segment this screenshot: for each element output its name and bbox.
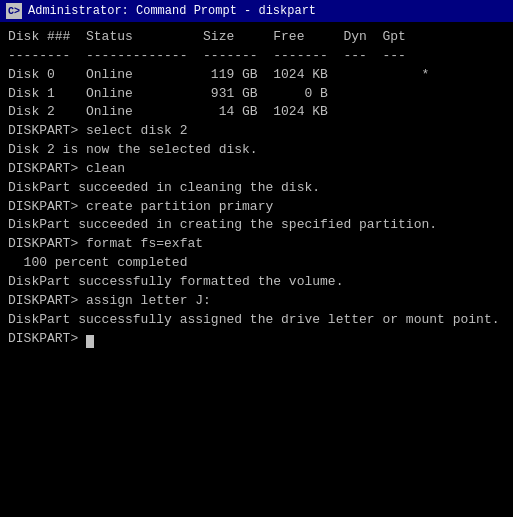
console-line-msg-format-progress: 100 percent completed (8, 254, 505, 273)
console-line-cmd-select: DISKPART> select disk 2 (8, 122, 505, 141)
cursor (86, 335, 94, 348)
console-line-msg-selected: Disk 2 is now the selected disk. (8, 141, 505, 160)
console-line-disk2: Disk 2 Online 14 GB 1024 KB (8, 103, 505, 122)
console-line-cmd-assign: DISKPART> assign letter J: (8, 292, 505, 311)
console-line-cmd-prompt: DISKPART> (8, 330, 505, 349)
console-line-cmd-clean: DISKPART> clean (8, 160, 505, 179)
title-text: Administrator: Command Prompt - diskpart (28, 4, 316, 18)
console-line-msg-assign: DiskPart successfully assigned the drive… (8, 311, 505, 330)
console-line-msg-clean: DiskPart succeeded in cleaning the disk. (8, 179, 505, 198)
console-line-disk0: Disk 0 Online 119 GB 1024 KB * (8, 66, 505, 85)
console-output: Disk ### Status Size Free Dyn Gpt-------… (0, 22, 513, 354)
console-line-cmd-format: DISKPART> format fs=exfat (8, 235, 505, 254)
console-line-disk-header-2: -------- ------------- ------- ------- -… (8, 47, 505, 66)
console-line-disk1: Disk 1 Online 931 GB 0 B (8, 85, 505, 104)
console-line-cmd-create: DISKPART> create partition primary (8, 198, 505, 217)
console-line-msg-create: DiskPart succeeded in creating the speci… (8, 216, 505, 235)
title-icon: C> (6, 3, 22, 19)
console-line-msg-format-done: DiskPart successfully formatted the volu… (8, 273, 505, 292)
title-bar: C> Administrator: Command Prompt - diskp… (0, 0, 513, 22)
console-line-disk-header-1: Disk ### Status Size Free Dyn Gpt (8, 28, 505, 47)
